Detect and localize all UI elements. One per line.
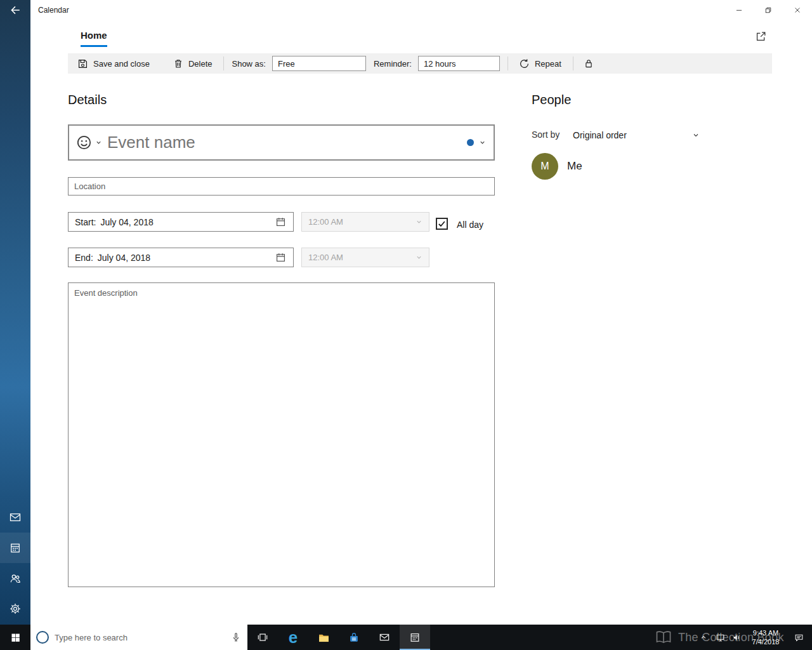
event-name-box: [68, 124, 495, 161]
people-heading: People: [532, 93, 571, 107]
nav-calendar-button[interactable]: [0, 533, 30, 563]
mail-icon: [378, 631, 391, 644]
restore-button[interactable]: [754, 0, 783, 20]
tray-network-button[interactable]: [712, 625, 728, 650]
clock-date: 7/4/2018: [752, 637, 780, 646]
private-button[interactable]: [577, 53, 600, 74]
task-view-icon: [256, 631, 269, 644]
edge-icon: e: [289, 629, 298, 646]
start-button[interactable]: [0, 625, 30, 650]
back-arrow-icon: [10, 4, 21, 16]
reminder-label: Reminder:: [374, 59, 412, 69]
start-date-picker[interactable]: Start: July 04, 2018: [68, 212, 294, 232]
reminder-input[interactable]: [418, 56, 500, 71]
start-label: Start:: [75, 217, 96, 227]
close-button[interactable]: [783, 0, 812, 20]
minimize-icon: [735, 6, 743, 15]
microphone-icon: [230, 632, 242, 643]
location-input[interactable]: [68, 177, 495, 196]
all-day-checkbox[interactable]: [436, 218, 448, 230]
speaker-icon: [731, 632, 742, 643]
save-and-close-icon: [77, 58, 89, 70]
close-icon: [793, 6, 802, 15]
action-center-button[interactable]: [787, 625, 811, 650]
mail-icon: [9, 511, 22, 524]
taskbar-mail-button[interactable]: [369, 625, 400, 650]
trash-icon: [173, 58, 184, 69]
end-time-value: 12:00 AM: [308, 253, 343, 262]
smiley-icon: [75, 134, 93, 151]
minimize-button[interactable]: [724, 0, 754, 20]
end-date-picker[interactable]: End: July 04, 2018: [68, 248, 294, 267]
delete-label: Delete: [188, 59, 213, 69]
sort-by-value: Original order: [573, 130, 627, 140]
toolbar-separator: [508, 56, 508, 70]
delete-button[interactable]: Delete: [169, 53, 216, 74]
nav-people-button[interactable]: [0, 563, 30, 594]
task-view-button[interactable]: [247, 625, 278, 650]
taskbar-edge-button[interactable]: e: [278, 625, 308, 650]
show-as-input[interactable]: [272, 56, 366, 71]
details-heading: Details: [68, 93, 107, 107]
calendar-color-dot: [467, 139, 474, 146]
cortana-icon: [36, 631, 49, 644]
store-icon: [348, 631, 360, 644]
nav-rail-bottom: [0, 502, 30, 624]
clock-time: 9:43 AM: [753, 628, 778, 637]
chevron-up-icon: [699, 633, 708, 642]
calendar-color-button[interactable]: [459, 126, 494, 159]
titlebar: Calendar: [30, 0, 812, 20]
emoji-picker-button[interactable]: [69, 126, 107, 159]
show-as-label: Show as:: [232, 59, 265, 69]
toolbar-separator: [573, 56, 573, 70]
taskbar-clock[interactable]: 9:43 AM 7/4/2018: [745, 625, 787, 650]
taskbar-search-input[interactable]: [55, 633, 225, 642]
end-label: End:: [75, 253, 93, 263]
calendar-icon: [9, 541, 22, 554]
tray-volume-button[interactable]: [728, 625, 745, 650]
repeat-icon: [518, 58, 530, 70]
back-button[interactable]: [0, 0, 30, 20]
calendar-picker-icon: [275, 216, 287, 228]
action-center-icon: [794, 632, 804, 643]
start-time-value: 12:00 AM: [308, 217, 343, 227]
taskbar-file-explorer-button[interactable]: [308, 625, 339, 650]
toolbar-separator: [223, 56, 224, 70]
taskbar-calendar-button[interactable]: [400, 625, 430, 650]
repeat-button[interactable]: Repeat: [514, 53, 565, 74]
taskbar: e 9:43 AM 7/4/2018: [0, 625, 812, 650]
save-and-close-button[interactable]: Save and close: [73, 53, 154, 74]
sort-by-dropdown[interactable]: Original order: [573, 127, 700, 143]
nav-settings-button[interactable]: [0, 594, 30, 624]
attendee-avatar: M: [532, 153, 558, 180]
tray-show-hidden-icons-button[interactable]: [695, 625, 712, 650]
taskbar-search[interactable]: [30, 625, 247, 650]
check-icon: [437, 219, 447, 229]
save-and-close-label: Save and close: [93, 59, 150, 69]
windows-logo-icon: [10, 632, 21, 643]
chevron-down-icon: [479, 139, 486, 146]
start-time-picker: 12:00 AM: [301, 212, 429, 232]
app-nav-rail: [0, 0, 30, 625]
repeat-label: Repeat: [535, 59, 561, 69]
attendee-name: Me: [567, 160, 582, 173]
calendar-picker-icon: [275, 251, 287, 263]
system-tray: 9:43 AM 7/4/2018: [695, 625, 812, 650]
gear-icon: [9, 602, 22, 615]
folder-icon: [317, 631, 331, 644]
event-name-input[interactable]: [107, 133, 459, 152]
open-in-new-window-button[interactable]: [752, 28, 769, 44]
event-description-textarea[interactable]: [68, 282, 495, 587]
restore-icon: [764, 6, 773, 15]
app-title: Calendar: [38, 6, 69, 15]
taskbar-store-button[interactable]: [339, 625, 369, 650]
tab-home[interactable]: Home: [81, 30, 107, 47]
chevron-down-icon: [416, 254, 422, 261]
tab-home-label: Home: [81, 30, 107, 41]
chevron-down-icon: [95, 139, 102, 146]
end-time-picker: 12:00 AM: [301, 248, 429, 267]
attendee-row[interactable]: M Me: [532, 153, 582, 180]
chevron-down-icon: [416, 218, 422, 225]
nav-mail-button[interactable]: [0, 502, 30, 533]
toolbar: Save and close Delete Show as: Reminder:…: [68, 53, 772, 74]
